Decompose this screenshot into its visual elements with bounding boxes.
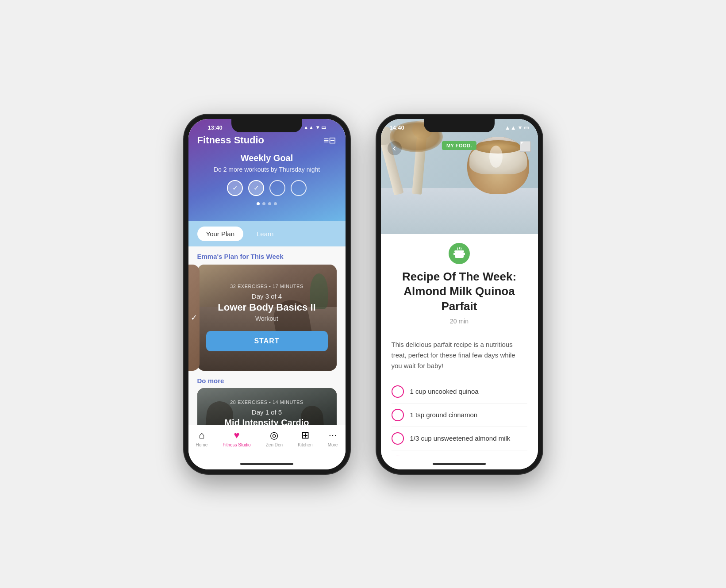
phone2-content: 14:40 ▲▲ ▾ ▭ ‹ MY FOOD. ⬜ [381,119,538,469]
time-phone2: 14:40 [390,124,404,131]
app-title: Fitness Studio [197,135,265,146]
phone2: 14:40 ▲▲ ▾ ▭ ‹ MY FOOD. ⬜ [376,115,542,474]
nav-home-label: Home [196,442,208,447]
gradient-header: 13:40 ▲▲ ▾ ▭ Fitness Studio ≡⊟ Weekly Go… [188,119,346,221]
progress-circle-4 [291,180,307,196]
my-food-badge: MY FOOD. [442,141,476,150]
card-peek-left: ✓ [188,265,200,371]
ingredient-text-1: 1 cup uncooked quinoa [410,388,479,395]
dot-3 [268,202,271,205]
svg-rect-3 [463,253,465,255]
bookmark-button[interactable]: ⬜ [519,141,531,153]
ingredient-2[interactable]: 1 tsp ground cinnamon [392,404,527,427]
tab-your-plan[interactable]: Your Plan [197,227,244,241]
heart-icon: ♥ [234,430,239,441]
bottom-nav: ⌂ Home ♥ Fitness Studio ◎ Zen Den ⊞ Kitc… [188,425,346,456]
svg-rect-1 [454,250,464,252]
home-indicator [188,456,346,469]
nav-home[interactable]: ⌂ Home [196,430,208,447]
check-icon-2: ✓ [254,184,259,192]
card-title: Lower Body Basics II [218,302,315,313]
weekly-goal-title: Weekly Goal [197,153,337,163]
plan-section-label: Emma's Plan for This Week [188,246,346,265]
kitchen-icon: ⊞ [301,430,309,441]
progress-circle-3 [269,180,285,196]
card2-day: Day 1 of 5 [252,408,282,416]
status-bar-phone1: 13:40 ▲▲ ▾ ▭ [197,119,337,131]
ingredient-4[interactable]: 1/4-tsp sea salt [392,450,527,456]
wifi-icon: ▾ [316,124,319,131]
recipe-description: This delicious parfait recipe is a nutri… [392,339,527,371]
svg-rect-2 [453,253,455,255]
second-workout-card[interactable]: 28 EXERCISES • 14 MINUTES Day 1 of 5 Mid… [197,388,337,425]
progress-circle-1: ✓ [227,180,243,196]
back-button[interactable]: ‹ [388,141,402,155]
ingredient-text-2: 1 tsp ground cinnamon [410,411,478,419]
tab-learn[interactable]: Learn [248,227,282,241]
pot-icon [449,243,470,264]
card-text-overlay: 32 EXERCISES • 17 MINUTES Day 3 of 4 Low… [197,265,337,371]
home-bar [240,463,293,465]
tab-section: Your Plan Learn [188,221,346,246]
status-bar-phone2: 14:40 ▲▲ ▾ ▭ [381,119,538,131]
weekly-goal-section: Weekly Goal Do 2 more workouts by Thursd… [197,153,337,212]
nav-fitness-label: Fitness Studio [223,442,250,447]
header-row: Fitness Studio ≡⊟ [197,131,337,153]
nav-more[interactable]: ··· More [328,430,338,447]
card-meta: 32 EXERCISES • 17 MINUTES [230,284,303,289]
filter-icon[interactable]: ≡⊟ [324,135,337,146]
dots-indicator [197,202,337,205]
zen-icon: ◎ [270,430,278,441]
nav-zen-label: Zen Den [266,442,283,447]
ingredient-circle-1[interactable] [392,385,404,398]
card2-title: Mid Intensity Cardio [224,418,309,425]
card-subtitle: Workout [255,315,278,322]
dot-1 [257,202,260,205]
nav-kitchen-label: Kitchen [298,442,312,447]
home-indicator-p2 [381,456,538,469]
dot-4 [274,202,277,205]
card2-meta: 28 EXERCISES • 14 MINUTES [230,400,303,405]
signal-icon: ▲▲ [303,124,314,131]
nav-kitchen[interactable]: ⊞ Kitchen [298,430,312,447]
phone1-content: 13:40 ▲▲ ▾ ▭ Fitness Studio ≡⊟ Weekly Go… [188,119,346,469]
recipe-title: Recipe Of The Week: Almond Milk Quinoa P… [392,269,527,314]
ingredient-circle-2[interactable] [392,409,404,421]
nav-zen-den[interactable]: ◎ Zen Den [266,430,283,447]
ingredient-circle-3[interactable] [392,432,404,445]
recipe-title-line2: Almond Milk Quinoa [403,284,515,298]
home-icon: ⌂ [199,430,204,441]
left-check-icon: ✓ [191,313,197,323]
time-phone1: 13:40 [208,124,223,131]
signal-icon-p2: ▲▲ [505,124,516,131]
recipe-header-image: 14:40 ▲▲ ▾ ▭ ‹ MY FOOD. ⬜ [381,119,538,234]
start-button[interactable]: START [206,331,328,351]
battery-icon: ▭ [321,124,326,131]
nav-more-label: More [328,442,338,447]
dot-2 [262,202,265,205]
ingredient-1[interactable]: 1 cup uncooked quinoa [392,380,527,404]
status-icons-phone2: ▲▲ ▾ ▭ [505,124,529,131]
nav-fitness-studio[interactable]: ♥ Fitness Studio [223,430,250,447]
svg-rect-0 [455,252,464,258]
wifi-icon-p2: ▾ [519,124,522,131]
progress-circle-2: ✓ [248,180,264,196]
status-icons-phone1: ▲▲ ▾ ▭ [303,124,326,131]
main-workout-card[interactable]: 32 EXERCISES • 17 MINUTES Day 3 of 4 Low… [197,265,337,371]
recipe-time: 20 min [392,318,527,325]
check-icon-1: ✓ [232,184,238,192]
card-day: Day 3 of 4 [252,292,282,300]
pot-icon-wrapper [392,234,527,269]
recipe-divider [392,332,527,332]
battery-icon-p2: ▭ [524,124,529,131]
home-bar-p2 [433,463,486,465]
phone1: 13:40 ▲▲ ▾ ▭ Fitness Studio ≡⊟ Weekly Go… [184,115,350,474]
more-icon: ··· [329,430,337,441]
weekly-goal-subtitle: Do 2 more workouts by Thursday night [197,166,337,173]
scroll-content[interactable]: Emma's Plan for This Week ✓ [188,246,346,425]
recipe-body[interactable]: Recipe Of The Week: Almond Milk Quinoa P… [381,234,538,456]
ingredient-3[interactable]: 1/3 cup unsweetened almond milk [392,427,527,450]
do-more-label: Do more [188,371,346,388]
recipe-title-line1: Recipe Of The Week: [402,270,516,283]
progress-circles: ✓ ✓ [197,180,337,196]
